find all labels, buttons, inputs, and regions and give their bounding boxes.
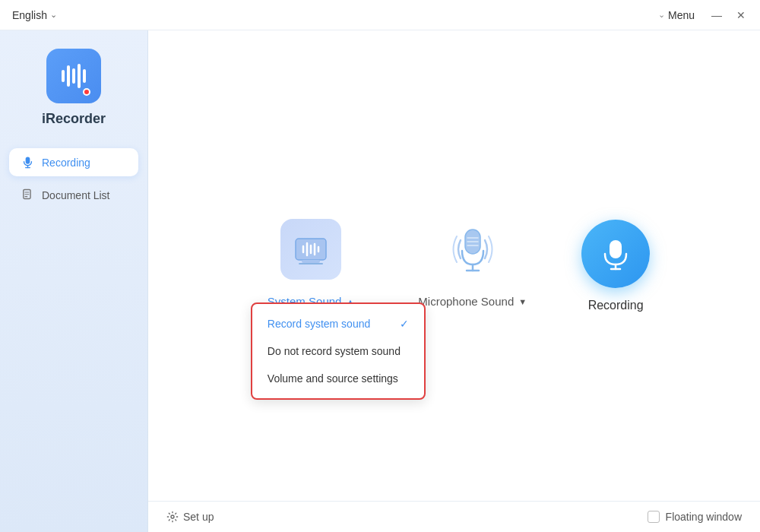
dropdown-item-no-record[interactable]: Do not record system sound bbox=[252, 337, 424, 365]
svg-point-24 bbox=[171, 515, 174, 518]
sidebar: iRecorder Recording bbox=[0, 30, 148, 532]
dropdown-item-record-system[interactable]: Record system sound ✓ bbox=[252, 310, 424, 337]
recording-button-label: Recording bbox=[588, 299, 644, 312]
main-content: System Sound ▲ Record system sound ✓ Do … bbox=[148, 30, 760, 532]
title-bar-right: ⌄ Menu — ✕ bbox=[658, 8, 748, 22]
setup-button[interactable]: Set up bbox=[166, 511, 214, 523]
svg-rect-21 bbox=[610, 240, 622, 258]
no-record-label: Do not record system sound bbox=[268, 345, 401, 357]
sidebar-document-label: Document List bbox=[42, 189, 109, 201]
sidebar-item-recording[interactable]: Recording bbox=[9, 148, 138, 176]
language-dropdown[interactable]: English ⌄ bbox=[12, 9, 57, 21]
setup-label: Set up bbox=[183, 511, 214, 523]
mic-icon-bg bbox=[442, 219, 503, 280]
title-bar-left: English ⌄ bbox=[12, 9, 57, 21]
recording-button-container: Recording bbox=[581, 220, 650, 312]
microphone-sound-button[interactable]: Microphone Sound ▼ bbox=[409, 290, 536, 312]
close-button[interactable]: ✕ bbox=[734, 8, 748, 22]
app-name: iRecorder bbox=[42, 111, 106, 127]
svg-rect-9 bbox=[299, 263, 323, 264]
app-logo bbox=[46, 49, 101, 103]
system-sound-option: System Sound ▲ Record system sound ✓ Do … bbox=[258, 219, 363, 312]
floating-window-container: Floating window bbox=[648, 511, 742, 523]
microphone-sound-label: Microphone Sound bbox=[418, 295, 514, 308]
floating-window-checkbox[interactable] bbox=[648, 511, 660, 523]
menu-chevron-icon: ⌄ bbox=[658, 10, 665, 20]
logo-record-dot bbox=[83, 88, 90, 96]
check-icon: ✓ bbox=[400, 318, 409, 330]
recording-start-button[interactable] bbox=[581, 220, 650, 288]
microphone-nav-icon bbox=[21, 156, 34, 169]
system-sound-dropdown: Record system sound ✓ Do not record syst… bbox=[251, 302, 426, 400]
document-nav-icon bbox=[21, 188, 34, 201]
svg-rect-8 bbox=[302, 260, 320, 263]
app-body: iRecorder Recording bbox=[0, 30, 760, 532]
language-label: English bbox=[12, 9, 47, 21]
volume-settings-label: Volume and source settings bbox=[268, 372, 398, 385]
microphone-sound-option: Microphone Sound ▼ bbox=[409, 219, 536, 312]
floating-window-label: Floating window bbox=[666, 511, 742, 523]
record-system-label: Record system sound bbox=[268, 318, 370, 330]
bottom-bar: Set up Floating window bbox=[148, 501, 760, 532]
sidebar-item-document-list[interactable]: Document List bbox=[9, 181, 138, 209]
sidebar-recording-label: Recording bbox=[42, 157, 90, 169]
menu-button[interactable]: ⌄ Menu bbox=[658, 9, 695, 21]
logo-waves bbox=[62, 64, 86, 88]
logo-bar-2 bbox=[67, 65, 70, 87]
logo-bar-5 bbox=[83, 69, 86, 83]
minimize-button[interactable]: — bbox=[710, 8, 724, 22]
dropdown-item-volume-settings[interactable]: Volume and source settings bbox=[252, 365, 424, 392]
recording-area: System Sound ▲ Record system sound ✓ Do … bbox=[148, 30, 760, 501]
mic-sound-arrow-icon: ▼ bbox=[518, 297, 527, 306]
logo-bar-3 bbox=[72, 68, 75, 84]
title-bar: English ⌄ ⌄ Menu — ✕ bbox=[0, 0, 760, 30]
menu-label: Menu bbox=[668, 9, 695, 21]
chevron-down-icon: ⌄ bbox=[50, 10, 57, 20]
window-controls: — ✕ bbox=[710, 8, 748, 22]
svg-rect-0 bbox=[26, 157, 30, 163]
system-sound-icon-bg bbox=[280, 219, 341, 280]
logo-bar-1 bbox=[62, 70, 65, 82]
logo-bar-4 bbox=[78, 64, 81, 88]
